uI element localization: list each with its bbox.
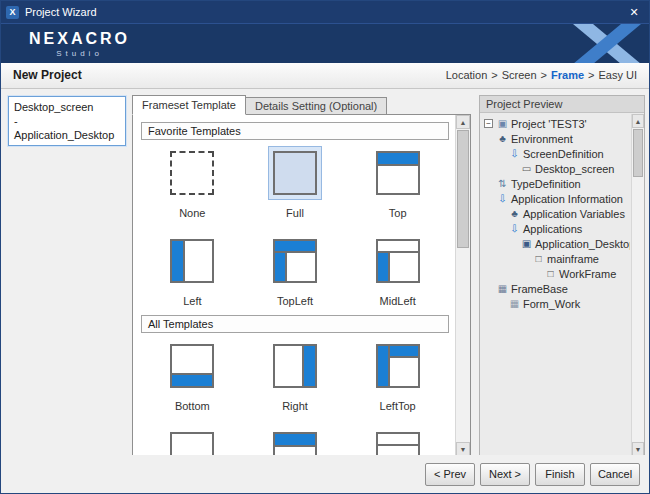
template-thumbnail-midtop <box>376 432 420 456</box>
template-thumbnail-frame <box>371 234 425 288</box>
framebase-icon: ▦ <box>496 283 509 294</box>
tree-node-typedefinition[interactable]: ⇅TypeDefinition <box>482 176 630 191</box>
breadcrumb-separator: > <box>588 69 594 81</box>
breadcrumb-separator: > <box>491 69 497 81</box>
template-thumbnail-right <box>273 344 317 388</box>
breadcrumb-separator: > <box>541 69 547 81</box>
template-thumbnail-top <box>273 432 317 456</box>
template-bottom[interactable]: Bottom <box>165 339 219 413</box>
tab-frameset-template[interactable]: Frameset Template <box>132 95 246 115</box>
template-right[interactable]: Right <box>268 339 322 413</box>
breadcrumb-step-easy-ui: Easy UI <box>598 69 637 81</box>
scroll-down-icon[interactable]: ▼ <box>632 442 644 456</box>
close-button[interactable]: ✕ <box>624 6 644 19</box>
tab-content: Favorite TemplatesNoneFullTopLeftTopLeft… <box>132 114 471 457</box>
tree-node-label: Application Information <box>511 193 623 205</box>
template-thumbnail-left <box>170 239 214 283</box>
prev-button[interactable]: < Prev <box>425 463 475 486</box>
template-thumbnail-top <box>376 151 420 195</box>
tree-node-desktop-screen[interactable]: ▭Desktop_screen <box>482 161 630 176</box>
template-none[interactable]: None <box>165 146 219 220</box>
template-panel: Frameset TemplateDetails Setting (Option… <box>132 95 471 457</box>
tree-node-label: Environment <box>511 133 573 145</box>
type-definition-icon: ⇅ <box>496 178 509 189</box>
tree-node-application-variables[interactable]: ♣Application Variables <box>482 206 630 221</box>
applications-icon: ⇩ <box>508 223 521 234</box>
scrollbar-thumb[interactable] <box>457 130 469 248</box>
template-thumbnail-frame <box>165 234 219 288</box>
titlebar[interactable]: X Project Wizard ✕ <box>1 1 649 23</box>
tree-node-applications[interactable]: ⇩Applications <box>482 221 630 236</box>
scroll-down-icon[interactable]: ▼ <box>456 442 470 456</box>
template-thumbnail-none <box>170 151 214 195</box>
template-partial[interactable] <box>165 427 219 456</box>
project-icon: ▣ <box>496 118 509 129</box>
template-top[interactable]: Top <box>371 146 425 220</box>
form-icon: ▦ <box>508 298 521 309</box>
template-thumbnail-full <box>273 151 317 195</box>
template-thumbnail-frame <box>165 339 219 393</box>
window-title: Project Wizard <box>25 6 97 18</box>
preview-panel-title: Project Preview <box>480 96 644 113</box>
scroll-up-icon[interactable]: ▲ <box>456 115 470 129</box>
tree-node-mainframe[interactable]: □mainframe <box>482 251 630 266</box>
tree-node-label: Application Variables <box>523 208 625 220</box>
template-grid: NoneFullTopLeftTopLeftMidLeft <box>141 146 449 308</box>
brand-band: NEXACRO Studio <box>1 23 649 63</box>
cancel-button[interactable]: Cancel <box>590 463 640 486</box>
environment-icon: ♣ <box>496 133 509 144</box>
template-thumbnail-midleft <box>376 239 420 283</box>
template-scrollbar[interactable]: ▲ ▼ <box>455 115 470 456</box>
finish-button[interactable]: Finish <box>535 463 585 486</box>
workframe-icon: □ <box>544 268 557 279</box>
template-midleft[interactable]: MidLeft <box>371 234 425 308</box>
template-full[interactable]: Full <box>268 146 322 220</box>
template-left[interactable]: Left <box>165 234 219 308</box>
preview-scrollbar[interactable]: ▲ ▼ <box>631 114 644 456</box>
template-thumbnail-frame <box>268 339 322 393</box>
template-thumbnail-frame <box>165 146 219 200</box>
breadcrumb-step-screen: Screen <box>502 69 537 81</box>
application-desktop-icon: ▣ <box>520 238 533 249</box>
project-wizard-window: X Project Wizard ✕ NEXACRO Studio New Pr… <box>0 0 650 494</box>
template-topleft[interactable]: TopLeft <box>268 234 322 308</box>
screen-list: Desktop_screen - Application_Desktop <box>8 96 126 453</box>
collapse-toggle-icon[interactable]: − <box>484 119 493 128</box>
desktop-screen-icon: ▭ <box>520 163 533 174</box>
template-thumbnail-lefttop <box>376 344 420 388</box>
tree-node-form-work[interactable]: ▦Form_Work <box>482 296 630 311</box>
tree-node-project-test3[interactable]: −▣Project 'TEST3' <box>482 116 630 131</box>
template-label: Left <box>165 295 219 308</box>
tree-node-environment[interactable]: ♣Environment <box>482 131 630 146</box>
logo-text: NEXACRO <box>29 30 130 48</box>
footer: < PrevNext >FinishCancel <box>1 455 649 493</box>
application-information-icon: ⇩ <box>496 193 509 204</box>
screen-item-name: Desktop_screen <box>14 100 120 114</box>
template-thumbnail-topleft <box>273 239 317 283</box>
preview-panel: Project Preview −▣Project 'TEST3'♣Enviro… <box>479 95 645 457</box>
tree-node-workframe[interactable]: □WorkFrame <box>482 266 630 281</box>
template-partial[interactable] <box>268 427 322 456</box>
template-group-title: All Templates <box>141 315 449 333</box>
template-thumbnail-plain <box>170 432 214 456</box>
scroll-up-icon[interactable]: ▲ <box>632 114 644 128</box>
tree-node-application-information[interactable]: ⇩Application Information <box>482 191 630 206</box>
tree-node-application-desktop[interactable]: ▣Application_Desktop <box>482 236 630 251</box>
step-bar: New Project Location>Screen>Frame>Easy U… <box>1 63 649 89</box>
tree-node-framebase[interactable]: ▦FrameBase <box>482 281 630 296</box>
template-thumbnail-frame <box>268 146 322 200</box>
template-partial[interactable] <box>371 427 425 456</box>
tab-details-setting-optional[interactable]: Details Setting (Optional) <box>246 97 387 115</box>
template-label: LeftTop <box>371 400 425 413</box>
template-thumbnail-bottom <box>170 344 214 388</box>
tree-node-label: TypeDefinition <box>511 178 581 190</box>
template-label: Right <box>268 400 322 413</box>
template-lefttop[interactable]: LeftTop <box>371 339 425 413</box>
template-label: TopLeft <box>268 295 322 308</box>
screen-list-item-desktop-screen[interactable]: Desktop_screen - Application_Desktop <box>8 96 126 146</box>
tree-node-screendefinition[interactable]: ⇩ScreenDefinition <box>482 146 630 161</box>
application-variables-icon: ♣ <box>508 208 521 219</box>
next-button[interactable]: Next > <box>480 463 530 486</box>
scrollbar-thumb[interactable] <box>633 129 643 177</box>
project-tree: −▣Project 'TEST3'♣Environment⇩ScreenDefi… <box>482 116 630 454</box>
